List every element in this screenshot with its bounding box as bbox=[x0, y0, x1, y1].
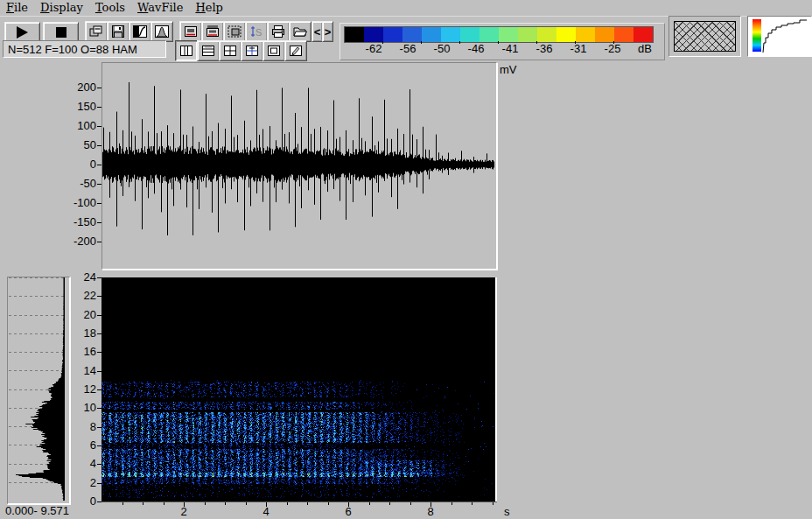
print-button[interactable] bbox=[267, 21, 290, 42]
texture-preview-button[interactable] bbox=[668, 16, 741, 57]
layout-grid-cross-button[interactable] bbox=[241, 40, 263, 61]
display-frame-icon bbox=[184, 25, 198, 38]
time-tick bbox=[143, 502, 144, 505]
play-button[interactable] bbox=[4, 22, 40, 42]
transfer-curve-button[interactable] bbox=[129, 21, 151, 42]
spectrogram-y-tick bbox=[97, 389, 102, 390]
colorbar-cell bbox=[422, 27, 441, 42]
colorbar-cell bbox=[460, 27, 480, 42]
copy-window-icon bbox=[89, 25, 103, 38]
open-file-button[interactable] bbox=[289, 21, 312, 42]
print-icon bbox=[271, 25, 285, 38]
spectrogram-y-label: 24 bbox=[70, 270, 96, 284]
time-tick bbox=[225, 502, 226, 505]
waveform-y-tick bbox=[97, 165, 102, 165]
time-tick bbox=[205, 502, 206, 505]
scroll-right-icon: > bbox=[325, 25, 332, 39]
spectrum-panel-frame bbox=[7, 277, 71, 505]
spectrogram-x-label: 6 bbox=[341, 505, 355, 518]
colorbar-cell bbox=[441, 27, 460, 42]
average-spectrum-display[interactable] bbox=[8, 277, 66, 501]
layout-vertical-panes-icon bbox=[179, 45, 193, 57]
spectrogram-y-label: 4 bbox=[70, 457, 96, 470]
waveform-y-tick bbox=[97, 222, 102, 223]
layout-vertical-panes-button[interactable] bbox=[175, 40, 198, 61]
scale-button[interactable]: S bbox=[245, 21, 268, 42]
spectrogram-app-window: FileDisplayToolsWavFileHelp bbox=[0, 0, 812, 519]
time-tick bbox=[452, 502, 452, 505]
spectrogram-y-tick bbox=[97, 483, 102, 484]
time-tick bbox=[287, 502, 288, 505]
waveform-y-tick bbox=[97, 126, 102, 127]
db-colorbar[interactable] bbox=[344, 26, 654, 43]
region-fill-button[interactable] bbox=[223, 21, 246, 42]
waveform-y-label: -100 bbox=[61, 196, 96, 209]
colorbar-cell bbox=[537, 27, 556, 42]
spectrogram-display[interactable] bbox=[102, 277, 495, 501]
colorbar-cell bbox=[402, 27, 422, 42]
spectrogram-y-label: 8 bbox=[70, 420, 96, 433]
spectrogram-y-tick bbox=[97, 445, 102, 446]
layout-single-pane-icon bbox=[267, 45, 281, 57]
spectrogram-y-tick bbox=[97, 352, 102, 353]
waveform-y-label: 150 bbox=[61, 100, 96, 113]
colorbar-cell bbox=[576, 27, 595, 42]
copy-window-button[interactable] bbox=[85, 21, 108, 42]
spectrogram-x-label: 4 bbox=[259, 505, 273, 518]
time-tick bbox=[389, 502, 390, 505]
colorbar-cell bbox=[556, 27, 576, 42]
waveform-display[interactable] bbox=[102, 63, 494, 267]
region-fill-icon bbox=[228, 25, 242, 38]
window-function-icon bbox=[155, 25, 169, 38]
spectrogram-y-tick bbox=[97, 427, 102, 428]
spectrogram-frame bbox=[102, 277, 497, 501]
waveform-y-tick bbox=[97, 88, 102, 88]
colorbar-label: -36 bbox=[527, 42, 562, 55]
time-unit-label: s bbox=[504, 505, 510, 518]
menu-bar: FileDisplayToolsWavFileHelp bbox=[0, 0, 812, 17]
colorbar-label: -56 bbox=[390, 42, 425, 55]
save-button[interactable] bbox=[107, 21, 130, 42]
pencil-icon bbox=[289, 45, 303, 57]
layout-grid-button[interactable] bbox=[219, 40, 242, 61]
colorbar-cell bbox=[364, 27, 383, 42]
menu-item-tools[interactable]: Tools bbox=[89, 0, 131, 14]
play-icon bbox=[17, 26, 28, 39]
status-text: N=512 F=100 O=88 HAM bbox=[8, 43, 137, 56]
waveform-y-label: -50 bbox=[61, 177, 96, 190]
transfer-curve-icon bbox=[133, 25, 147, 38]
window-function-button[interactable] bbox=[150, 21, 173, 42]
layout-single-pane-button[interactable] bbox=[262, 40, 285, 61]
layout-grid-cross-icon bbox=[245, 45, 259, 57]
waveform-y-label: -150 bbox=[61, 215, 96, 228]
stop-button[interactable] bbox=[43, 22, 79, 42]
waveform-y-label: -200 bbox=[61, 235, 96, 248]
colorbar-label: -46 bbox=[458, 42, 494, 55]
menu-item-file[interactable]: File bbox=[0, 0, 34, 14]
spectrogram-y-label: 14 bbox=[70, 364, 96, 377]
colorbar-label: -25 bbox=[595, 42, 630, 55]
annotate-button[interactable] bbox=[284, 40, 307, 61]
comb-display-button[interactable] bbox=[201, 21, 224, 42]
scroll-left-icon: < bbox=[314, 25, 321, 39]
spectrogram-y-label: 18 bbox=[70, 326, 96, 340]
waveform-y-tick bbox=[97, 184, 102, 185]
waveform-unit-label: mV bbox=[500, 63, 517, 76]
scroll-right-button[interactable]: > bbox=[322, 21, 333, 42]
spectrogram-y-label: 2 bbox=[70, 476, 96, 489]
menu-item-display[interactable]: Display bbox=[34, 0, 89, 14]
display-frame-button[interactable] bbox=[179, 21, 202, 42]
palette-curve-preview-button[interactable] bbox=[747, 16, 812, 57]
menu-item-wavfile[interactable]: WavFile bbox=[131, 0, 189, 14]
spectrogram-y-label: 10 bbox=[70, 401, 96, 414]
colorbar-cell bbox=[345, 27, 364, 42]
spectrogram-y-tick bbox=[97, 371, 102, 372]
layout-horizontal-panes-button[interactable] bbox=[197, 40, 220, 61]
spectrogram-y-label: 0 bbox=[70, 494, 96, 508]
spectrogram-x-label: 8 bbox=[424, 505, 438, 518]
menu-item-help[interactable]: Help bbox=[189, 0, 229, 14]
spectrogram-x-label: 2 bbox=[177, 505, 191, 518]
layout-horizontal-panes-icon bbox=[201, 45, 215, 57]
crosshatch-pattern-icon bbox=[674, 21, 736, 52]
spectrogram-y-tick bbox=[97, 277, 102, 278]
